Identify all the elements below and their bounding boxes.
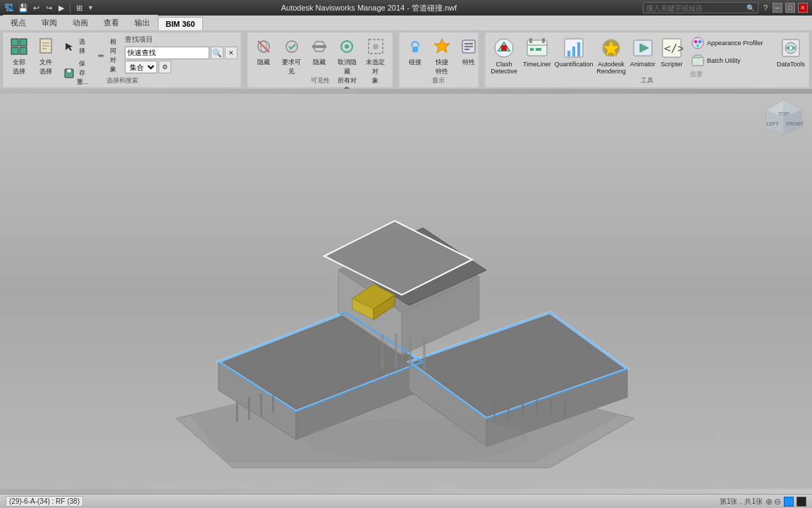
select-small-btns2: 相同对象 — [94, 36, 121, 75]
clash-detective-button[interactable]: ClashDetective — [488, 35, 519, 77]
required-visible-button[interactable]: 要求可见 — [278, 35, 305, 78]
viewport[interactable]: TOP LEFT FRONT — [0, 89, 812, 494]
file-select-label: 文件选择 — [39, 58, 52, 76]
window-controls: ─ □ ✕ — [773, 3, 808, 13]
appearance-profiler-button[interactable]: Appearance Profiler — [687, 35, 772, 52]
svg-rect-36 — [536, 48, 541, 51]
quick-props-label: 快捷特性 — [436, 58, 448, 76]
svg-rect-82 — [260, 394, 262, 416]
group-display: 链接 快捷特性 特性 显示 — [399, 32, 479, 87]
search-clear-button[interactable]: ✕ — [225, 47, 238, 59]
svg-rect-1 — [20, 39, 27, 46]
svg-rect-0 — [11, 39, 18, 46]
qa-save[interactable]: 💾 — [18, 2, 29, 13]
visibility-label: 可见性 — [248, 76, 392, 85]
batch-utility-button[interactable]: Batch Utility — [687, 52, 772, 69]
qa-dropdown[interactable]: ▼ — [86, 4, 95, 11]
qa-extra[interactable]: ⊞ — [73, 2, 85, 13]
scripter-icon: </> — [660, 37, 683, 59]
hide-button[interactable]: 隐藏 — [251, 35, 276, 69]
qa-separator — [70, 3, 70, 13]
group-visibility: 隐藏 要求可见 隐藏 — [247, 32, 393, 87]
ribbon-tabs: 视点 审阅 动画 查看 输出 BIM 360 — [0, 16, 812, 31]
tab-output[interactable]: 输出 — [127, 15, 158, 30]
tab-animation[interactable]: 动画 — [65, 15, 96, 30]
svg-rect-39 — [572, 47, 575, 56]
link-label: 链接 — [409, 58, 422, 67]
svg-point-56 — [789, 46, 793, 50]
svg-rect-9 — [67, 69, 71, 73]
required-visible-label: 要求可见 — [281, 58, 302, 76]
datatools-button[interactable]: DataTools — [776, 35, 806, 70]
tab-review[interactable]: 审阅 — [34, 15, 65, 30]
rendering-icon — [600, 37, 622, 59]
select-icon — [63, 41, 74, 52]
svg-text:FRONT: FRONT — [787, 121, 804, 126]
all-select-button[interactable]: 全部选择 — [6, 35, 32, 78]
svg-rect-83 — [272, 392, 274, 413]
rendering-button[interactable]: AutodeskRendering — [596, 35, 626, 77]
svg-rect-77 — [395, 334, 398, 369]
svg-rect-87 — [536, 397, 538, 416]
qa-redo[interactable]: ↪ — [43, 2, 54, 13]
maximize-button[interactable]: □ — [785, 3, 795, 13]
svg-point-50 — [696, 44, 699, 47]
hide-label: 隐藏 — [257, 58, 270, 67]
select-button[interactable]: 选择 — [60, 36, 92, 57]
status-left: (29)-6-A-(34) : RF (38) — [6, 496, 83, 507]
back-label: 相同对象 — [109, 37, 118, 74]
svg-point-49 — [699, 40, 701, 43]
collection-select[interactable]: 集合 — [125, 61, 157, 73]
hide2-label: 隐藏 — [313, 58, 326, 67]
app-icon: 🏗 — [4, 3, 13, 13]
scripter-button[interactable]: </> Scripter — [659, 35, 684, 70]
svg-rect-2 — [11, 47, 18, 54]
animator-button[interactable]: Animator — [629, 35, 657, 70]
tab-view[interactable]: 查看 — [96, 15, 127, 30]
quick-props-button[interactable]: 快捷特性 — [429, 35, 455, 78]
global-search-input[interactable] — [646, 4, 745, 12]
tab-viewpoint[interactable]: 视点 — [3, 15, 34, 30]
timeliner-button[interactable]: TimeLiner — [522, 35, 552, 70]
status-dots: ⊕ ⊖ — [765, 497, 781, 507]
nav-cube[interactable]: TOP LEFT FRONT — [763, 96, 805, 138]
all-select-label: 全部选择 — [13, 58, 25, 76]
svg-rect-80 — [236, 401, 238, 422]
tab-bim360[interactable]: BIM 360 — [158, 17, 203, 30]
minimize-button[interactable]: ─ — [773, 3, 782, 13]
quantification-button[interactable]: Quantification — [555, 35, 593, 70]
cancel-hide-button[interactable]: 取消隐藏所有对象 — [333, 35, 361, 97]
qa-undo[interactable]: ↩ — [30, 2, 42, 13]
sep-3 — [481, 34, 482, 86]
svg-point-18 — [345, 44, 349, 49]
svg-rect-84 — [493, 401, 496, 422]
all-select-icon — [9, 37, 29, 56]
collection-settings-button[interactable]: ⚙ — [159, 61, 171, 73]
svg-point-20 — [373, 44, 379, 49]
link-button[interactable]: 链接 — [402, 35, 428, 69]
nav-icon-fit[interactable]: ⊖ — [774, 497, 781, 507]
svg-point-14 — [286, 41, 297, 52]
tools-label: 工具 — [486, 76, 808, 85]
appearance-profiler-label: Appearance Profiler — [707, 40, 763, 47]
help-btn[interactable]: ? — [761, 4, 770, 12]
properties-button[interactable]: 特性 — [456, 35, 481, 69]
search-go-button[interactable]: 🔍 — [211, 47, 223, 59]
find-label: 查找项目 — [125, 35, 153, 44]
search-area: 🔍 — [643, 2, 758, 13]
statusbar: (29)-6-A-(34) : RF (38) 第1张，共1张 ⊕ ⊖ — [0, 494, 812, 508]
hide2-button[interactable]: 隐藏 — [307, 35, 332, 69]
svg-text:</>: </> — [664, 42, 683, 55]
svg-rect-81 — [248, 397, 250, 420]
svg-rect-88 — [550, 399, 552, 416]
scripter-label: Scripter — [661, 61, 683, 68]
qa-play[interactable]: ▶ — [56, 2, 67, 13]
svg-rect-85 — [508, 399, 510, 420]
file-select-button[interactable]: 文件选择 — [33, 35, 59, 78]
quick-find-input[interactable] — [125, 47, 209, 59]
nav-icon-zoom[interactable]: ⊕ — [765, 497, 773, 507]
close-button[interactable]: ✕ — [798, 3, 808, 13]
datatools-icon — [780, 37, 802, 59]
back-button[interactable]: 相同对象 — [94, 36, 121, 75]
properties-label: 特性 — [462, 58, 475, 67]
